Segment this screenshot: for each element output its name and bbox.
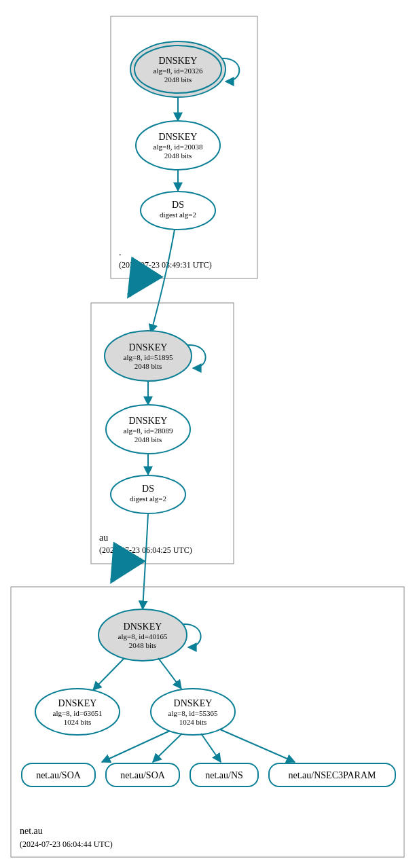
node-au-zsk-title: DNSKEY: [129, 416, 168, 426]
node-au-zsk: DNSKEY alg=8, id=28089 2048 bits: [106, 405, 190, 454]
zone-root-name: .: [119, 247, 122, 257]
rrset-soa1-label: net.au/SOA: [36, 770, 82, 780]
rrset-ns-label: net.au/NS: [205, 770, 243, 780]
node-au-ksk-alg: alg=8, id=51895: [124, 353, 173, 361]
rrset-ns: net.au/NS: [190, 763, 258, 786]
node-au-zsk-bits: 2048 bits: [134, 435, 162, 444]
node-netau-ksk-title: DNSKEY: [124, 621, 162, 632]
node-netau-zsk2-alg: alg=8, id=55365: [168, 709, 218, 717]
node-root-ksk-bits: 2048 bits: [164, 75, 192, 84]
zone-au-name: au: [99, 532, 108, 543]
node-netau-zsk2-title: DNSKEY: [174, 698, 213, 708]
node-netau-zsk1-alg: alg=8, id=63651: [53, 709, 103, 717]
node-netau-zsk1-bits: 1024 bits: [64, 718, 92, 726]
edge-netau-zsk2-to-soa2: [153, 734, 182, 762]
edge-root-ds-to-au-ksk: [151, 230, 175, 333]
edge-delegation-root-to-au: [129, 278, 140, 295]
edge-netau-zsk2-to-nsec3: [220, 729, 295, 762]
node-netau-ksk-bits: 2048 bits: [129, 641, 157, 649]
node-au-ksk-bits: 2048 bits: [134, 362, 162, 370]
node-root-zsk-bits: 2048 bits: [164, 151, 192, 160]
node-au-ds-alg: digest alg=2: [130, 494, 166, 503]
edge-au-ds-to-netau-ksk: [143, 513, 148, 609]
node-au-ds-title: DS: [142, 484, 154, 494]
node-root-ksk: DNSKEY alg=8, id=20326 2048 bits: [130, 41, 225, 97]
node-root-ksk-title: DNSKEY: [159, 56, 198, 66]
node-au-ds: DS digest alg=2: [111, 475, 185, 513]
edge-delegation-au-to-netau: [112, 564, 122, 581]
node-root-ds-alg: digest alg=2: [160, 211, 196, 219]
edge-netau-zsk2-to-soa1: [102, 731, 170, 762]
rrset-soa2: net.au/SOA: [106, 763, 179, 786]
node-root-zsk: DNSKEY alg=8, id=20038 2048 bits: [136, 121, 220, 170]
node-netau-zsk2-bits: 1024 bits: [179, 718, 207, 726]
zone-netau-timestamp: (2024-07-23 06:04:44 UTC): [20, 839, 113, 849]
node-root-ksk-alg: alg=8, id=20326: [154, 67, 203, 75]
node-au-zsk-alg: alg=8, id=28089: [124, 427, 173, 435]
node-au-ksk-title: DNSKEY: [129, 342, 168, 352]
rrset-soa1: net.au/SOA: [22, 763, 95, 786]
dnssec-graph: . (2024-07-23 03:49:31 UTC) DNSKEY alg=8…: [0, 0, 415, 868]
edge-netau-ksk-to-zsk2: [158, 658, 181, 689]
zone-root-timestamp: (2024-07-23 03:49:31 UTC): [119, 260, 212, 270]
node-netau-zsk1-title: DNSKEY: [58, 698, 97, 708]
node-au-ksk: DNSKEY alg=8, id=51895 2048 bits: [105, 331, 192, 381]
node-root-zsk-alg: alg=8, id=20038: [154, 143, 203, 151]
rrset-nsec3-label: net.au/NSEC3PARAM: [288, 770, 376, 780]
node-netau-zsk2: DNSKEY alg=8, id=55365 1024 bits: [151, 689, 235, 735]
edge-netau-ksk-to-zsk1: [93, 658, 124, 690]
node-root-zsk-title: DNSKEY: [159, 132, 198, 142]
zone-netau-name: net.au: [20, 826, 43, 836]
node-netau-ksk: DNSKEY alg=8, id=40165 2048 bits: [98, 609, 187, 661]
node-root-ds: DS digest alg=2: [141, 192, 215, 230]
node-netau-zsk1: DNSKEY alg=8, id=63651 1024 bits: [35, 689, 120, 735]
rrset-nsec3: net.au/NSEC3PARAM: [269, 763, 395, 786]
node-netau-ksk-alg: alg=8, id=40165: [118, 632, 168, 640]
rrset-soa2-label: net.au/SOA: [120, 770, 166, 780]
node-root-ds-title: DS: [172, 200, 184, 210]
edge-netau-zsk2-to-ns: [201, 734, 221, 762]
